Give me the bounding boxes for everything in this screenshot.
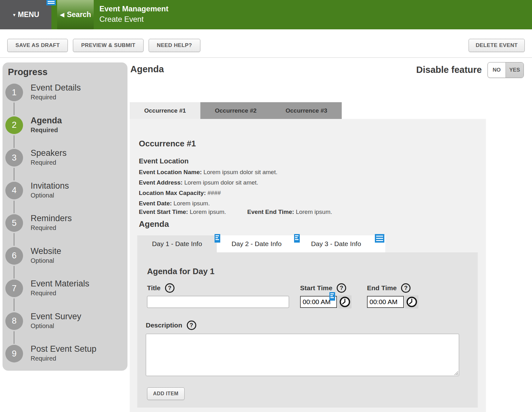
- title-label-row: Title ?: [147, 283, 174, 293]
- app-title: Event Management: [99, 4, 168, 14]
- tab-day-2[interactable]: Day 2 - Date Info: [217, 235, 296, 252]
- occurrence-heading: Occurrence #1: [139, 139, 196, 149]
- end-time-input[interactable]: [367, 296, 404, 308]
- help-icon[interactable]: ?: [337, 283, 346, 293]
- clock-icon: [339, 296, 351, 308]
- page-title: Agenda: [130, 64, 164, 74]
- sidebar-item-website[interactable]: 6 WebsiteOptional: [3, 247, 126, 280]
- annotation-lines-icon: [294, 234, 300, 243]
- need-help-button[interactable]: NEED HELP?: [149, 39, 200, 52]
- disable-feature-toggle: NO YES: [488, 62, 524, 78]
- step-label: Post Event Setup: [31, 344, 97, 354]
- occurrence-tabs: Occurrence #1 Occurrence #2 Occurrence #…: [130, 102, 342, 119]
- add-item-button[interactable]: ADD ITEM: [147, 387, 185, 400]
- help-icon[interactable]: ?: [401, 283, 411, 293]
- detail-row: Event Address: Lorem ipsum dolor sit ame…: [139, 177, 277, 188]
- start-time-clock-button[interactable]: [338, 295, 352, 309]
- search-button[interactable]: ◀ Search: [57, 0, 94, 29]
- tab-occurrence-3[interactable]: Occurrence #3: [271, 102, 342, 119]
- event-times-row: Event Start Time: Lorem ipsum. Event End…: [139, 209, 332, 215]
- tab-occurrence-1[interactable]: Occurrence #1: [130, 102, 200, 119]
- description-label-row: Description ?: [146, 321, 196, 330]
- step-label: Website: [31, 246, 61, 256]
- step-number-badge: 7: [5, 280, 23, 297]
- sidebar-item-event-materials[interactable]: 7 Event MaterialsRequired: [3, 280, 126, 312]
- step-sublabel: Optional: [31, 191, 69, 199]
- step-label: Event Survey: [31, 311, 81, 321]
- step-label: Speakers: [31, 148, 67, 158]
- clock-icon: [406, 296, 417, 308]
- step-label: Agenda: [31, 115, 62, 126]
- annotation-lines-icon: [46, 0, 56, 5]
- step-number-badge: 3: [5, 149, 23, 167]
- annotation-lines-icon: [375, 234, 384, 243]
- end-time-clock-button[interactable]: [405, 295, 418, 309]
- preview-submit-button[interactable]: PREVIEW & SUBMIT: [73, 39, 144, 52]
- step-number-badge: 5: [5, 214, 23, 232]
- step-number-badge: 4: [5, 182, 23, 199]
- step-number-badge: 2: [5, 116, 23, 134]
- description-textarea[interactable]: [146, 334, 459, 376]
- action-toolbar: SAVE AS DRAFT PREVIEW & SUBMIT NEED HELP…: [0, 29, 532, 58]
- detail-row: Location Max Capacity: ####: [139, 188, 277, 198]
- step-sublabel: Required: [31, 355, 97, 362]
- day-agenda-panel: Agenda for Day 1 Title ? Start Time ? En…: [137, 252, 478, 408]
- sidebar-item-event-survey[interactable]: 8 Event SurveyOptional: [3, 312, 126, 345]
- event-start-time-detail: Event Start Time: Lorem ipsum.: [139, 209, 226, 215]
- step-sublabel: Required: [31, 289, 89, 297]
- step-sublabel: Required: [31, 93, 81, 101]
- step-sublabel: Optional: [31, 257, 61, 264]
- event-end-time-detail: Event End Time: Lorem ipsum.: [247, 209, 332, 215]
- save-as-draft-button[interactable]: SAVE AS DRAFT: [7, 39, 68, 52]
- step-number-badge: 9: [5, 345, 23, 362]
- progress-steps: 1 Event DetailsRequired 2 AgendaRequired…: [3, 84, 126, 378]
- step-label: Event Details: [31, 83, 81, 93]
- create-event-screen: ▼ MENU ◀ Search Event Management Create …: [0, 0, 532, 412]
- step-number-badge: 8: [5, 312, 23, 330]
- sidebar-item-event-details[interactable]: 1 Event DetailsRequired: [3, 84, 126, 116]
- step-sublabel: Required: [31, 159, 67, 166]
- step-label: Event Materials: [31, 279, 89, 289]
- step-label: Invitations: [31, 181, 69, 191]
- tab-day-3[interactable]: Day 3 - Date Info: [296, 235, 376, 252]
- header-titles: Event Management Create Event: [99, 4, 168, 24]
- step-sublabel: Required: [31, 126, 62, 134]
- sidebar-item-agenda[interactable]: 2 AgendaRequired: [3, 116, 126, 149]
- detail-row: Event Location Name: Lorem ipsum dolor s…: [139, 167, 277, 177]
- disable-feature-label: Disable feature: [416, 65, 482, 75]
- detail-row: Event Date: Lorem ipsum.: [139, 198, 277, 209]
- help-icon[interactable]: ?: [187, 321, 196, 330]
- start-time-label-row: Start Time ?: [300, 283, 346, 293]
- menu-button[interactable]: ▼ MENU: [0, 0, 51, 29]
- toggle-no-option[interactable]: NO: [488, 62, 505, 78]
- sidebar-item-speakers[interactable]: 3 SpeakersRequired: [3, 149, 126, 182]
- step-number-badge: 6: [5, 247, 23, 265]
- step-sublabel: Required: [31, 224, 72, 232]
- agenda-section-heading: Agenda: [139, 219, 169, 229]
- page-subtitle: Create Event: [99, 15, 168, 24]
- menu-label: MENU: [18, 10, 39, 19]
- step-label: Reminders: [31, 213, 72, 223]
- title-input[interactable]: [147, 296, 289, 308]
- annotation-lines-icon: [215, 234, 220, 243]
- search-label: Search: [67, 10, 91, 19]
- tab-occurrence-2[interactable]: Occurrence #2: [200, 102, 271, 119]
- description-field-wrap: [146, 334, 459, 376]
- step-sublabel: Optional: [31, 322, 81, 330]
- sidebar-item-post-event-setup[interactable]: 9 Post Event SetupRequired: [3, 345, 126, 378]
- event-location-heading: Event Location: [139, 157, 189, 165]
- event-location-details: Event Location Name: Lorem ipsum dolor s…: [139, 167, 277, 209]
- end-time-label-row: End Time ?: [367, 283, 411, 293]
- tab-day-1[interactable]: Day 1 - Date Info: [137, 235, 217, 252]
- delete-event-button[interactable]: DELETE EVENT: [469, 39, 525, 52]
- help-icon[interactable]: ?: [165, 283, 174, 293]
- progress-heading: Progress: [8, 67, 48, 77]
- annotation-lines-icon: [329, 292, 335, 301]
- toolbar-left-group: SAVE AS DRAFT PREVIEW & SUBMIT NEED HELP…: [7, 39, 200, 52]
- day-tabs: Day 1 - Date Info Day 2 - Date Info Day …: [137, 235, 385, 252]
- sidebar-item-reminders[interactable]: 5 RemindersRequired: [3, 214, 126, 247]
- toggle-yes-option[interactable]: YES: [505, 62, 523, 78]
- occurrence-panel: Occurrence #1 Event Location Event Locat…: [130, 119, 486, 412]
- back-arrow-icon: ◀: [60, 11, 64, 18]
- sidebar-item-invitations[interactable]: 4 InvitationsOptional: [3, 182, 126, 215]
